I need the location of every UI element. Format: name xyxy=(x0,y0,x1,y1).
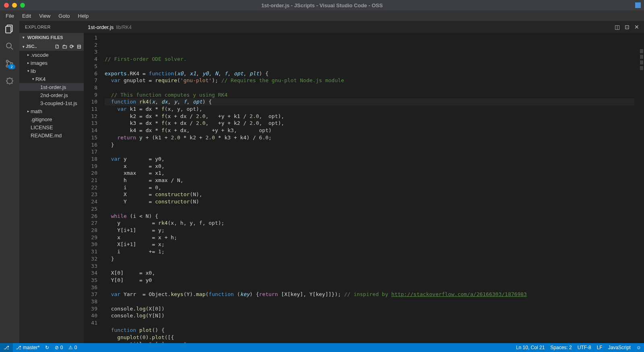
cursor-position[interactable]: Ln 10, Col 21 xyxy=(513,343,547,352)
tab-filename: 1st-order.js xyxy=(88,24,114,30)
file-tree: ▸.vscode▸images▾lib▾RK41st-order.js2nd-o… xyxy=(19,51,84,343)
explorer-icon[interactable] xyxy=(4,23,15,35)
os-title-bar: 1st-order.js - JScripts - Visual Studio … xyxy=(0,0,644,10)
window-controls xyxy=(0,3,25,8)
tree-item[interactable]: 1st-order.js xyxy=(19,83,84,91)
collapse-all-icon[interactable]: ⊟ xyxy=(76,43,82,50)
tab-path: lib/RK4 xyxy=(116,25,132,30)
eol[interactable]: LF xyxy=(594,343,605,352)
root-folder-header[interactable]: ▾JSC.. 🗋 🗀 ⟳ ⊟ xyxy=(19,42,84,51)
tree-item[interactable]: ▾lib xyxy=(19,67,84,75)
working-files-header[interactable]: ▾WORKING FILES xyxy=(19,33,84,42)
svg-point-4 xyxy=(6,60,8,62)
svg-point-7 xyxy=(7,78,12,84)
new-folder-icon[interactable]: 🗀 xyxy=(61,43,68,50)
sidebar-title: EXPLORER xyxy=(19,21,84,33)
tree-item[interactable]: ▸images xyxy=(19,59,84,67)
language-mode[interactable]: JavaScript xyxy=(605,343,634,352)
tree-item[interactable]: 3-coupled-1st.js xyxy=(19,99,84,107)
tree-item[interactable]: LICENSE xyxy=(19,123,84,131)
line-gutter: 1234567891011121314151617181920212223242… xyxy=(84,33,105,343)
menu-help[interactable]: Help xyxy=(75,12,92,20)
feedback-icon[interactable]: ☺ xyxy=(634,343,644,352)
os-right-indicator xyxy=(635,2,641,8)
tree-item[interactable]: README.md xyxy=(19,131,84,139)
svg-line-3 xyxy=(11,48,13,50)
tree-item[interactable]: ▸.vscode xyxy=(19,51,84,59)
errors-count[interactable]: ⊘ 0 xyxy=(52,343,66,352)
code-editor[interactable]: 1234567891011121314151617181920212223242… xyxy=(84,33,644,343)
close-editor-icon[interactable]: ✕ xyxy=(634,24,639,30)
git-sync[interactable]: ↻ xyxy=(42,343,52,352)
window-title: 1st-order.js - JScripts - Visual Studio … xyxy=(261,2,383,8)
tree-item[interactable]: ▾RK4 xyxy=(19,75,84,83)
tab-1st-order[interactable]: 1st-order.js lib/RK4 xyxy=(88,24,132,30)
debug-icon[interactable] xyxy=(4,75,15,87)
remote-indicator[interactable]: ⎇ xyxy=(0,343,13,352)
svg-point-2 xyxy=(6,43,11,48)
git-branch[interactable]: ⎇ master* xyxy=(13,343,42,352)
tree-item[interactable]: 2nd-order.js xyxy=(19,91,84,99)
sidebar: EXPLORER ▾WORKING FILES ▾JSC.. 🗋 🗀 ⟳ ⊟ ▸… xyxy=(19,21,84,343)
status-bar: ⎇ ⎇ master* ↻ ⊘ 0 ⚠ 0 Ln 10, Col 21 Spac… xyxy=(0,343,644,352)
editor-tabs: 1st-order.js lib/RK4 ◫ ⊡ ✕ xyxy=(84,21,644,33)
menu-file[interactable]: File xyxy=(2,12,17,20)
menu-edit[interactable]: Edit xyxy=(19,12,34,20)
svg-rect-1 xyxy=(6,27,11,33)
menu-bar: FileEditViewGotoHelp xyxy=(0,10,644,21)
editor-group: 1st-order.js lib/RK4 ◫ ⊡ ✕ 1234567891011… xyxy=(84,21,644,343)
more-actions-icon[interactable]: ⊡ xyxy=(625,24,630,30)
source-control-icon[interactable]: 2 xyxy=(4,58,15,69)
search-icon[interactable] xyxy=(4,41,15,52)
warnings-count[interactable]: ⚠ 0 xyxy=(66,343,80,352)
code-content[interactable]: // First-order ODE solver. exports.RK4 =… xyxy=(105,33,638,343)
scm-badge: 2 xyxy=(8,64,15,69)
menu-goto[interactable]: Goto xyxy=(55,12,73,20)
indentation[interactable]: Spaces: 2 xyxy=(547,343,574,352)
zoom-window-icon[interactable] xyxy=(20,3,25,8)
activity-bar: 2 xyxy=(0,21,19,343)
new-file-icon[interactable]: 🗋 xyxy=(54,43,60,50)
minimap[interactable] xyxy=(638,33,644,343)
refresh-icon[interactable]: ⟳ xyxy=(68,43,75,50)
tree-item[interactable]: ▸math xyxy=(19,107,84,115)
minimize-window-icon[interactable] xyxy=(12,3,17,8)
tree-item[interactable]: .gitignore xyxy=(19,115,84,123)
encoding[interactable]: UTF-8 xyxy=(575,343,594,352)
close-window-icon[interactable] xyxy=(4,3,9,8)
menu-view[interactable]: View xyxy=(36,12,54,20)
split-editor-icon[interactable]: ◫ xyxy=(615,24,620,30)
